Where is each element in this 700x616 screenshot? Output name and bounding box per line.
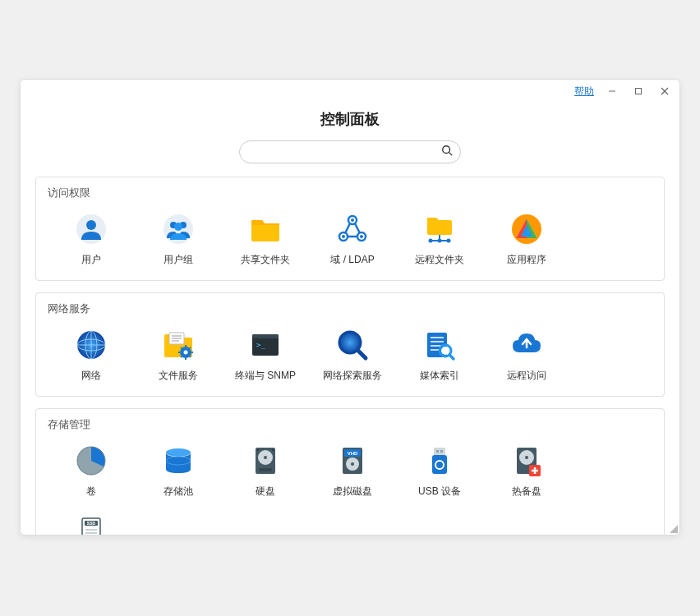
item-label: 应用程序	[507, 253, 546, 267]
item-disk[interactable]: 硬盘	[222, 437, 309, 507]
usb-icon	[422, 444, 457, 478]
network-icon	[74, 328, 108, 362]
maximize-button[interactable]	[630, 83, 647, 99]
search	[239, 140, 461, 163]
svg-point-11	[174, 223, 182, 231]
volume-icon	[74, 444, 108, 478]
domain-icon	[335, 212, 370, 246]
users-icon	[161, 212, 196, 246]
item-remote-access[interactable]: 远程访问	[483, 321, 570, 391]
svg-point-18	[351, 218, 354, 222]
item-shared-folder[interactable]: 共享文件夹	[222, 205, 309, 275]
search-wrap	[21, 140, 679, 163]
item-label: 网络	[81, 369, 101, 383]
item-label: 用户组	[163, 253, 193, 267]
section-network: 网络服务 网络 文件服务 >_	[35, 292, 665, 397]
svg-point-37	[184, 351, 188, 355]
remote-folder-icon	[422, 212, 457, 246]
section-title: 存储管理	[48, 417, 652, 432]
svg-point-20	[360, 235, 363, 238]
control-panel-window: 帮助 控制面板 访问权限	[20, 79, 680, 536]
resize-handle[interactable]	[668, 523, 678, 533]
section-title: 网络服务	[48, 301, 652, 316]
item-volume[interactable]: 卷	[48, 437, 135, 507]
help-link[interactable]: 帮助	[574, 85, 594, 99]
item-label: 域 / LDAP	[330, 253, 374, 267]
user-icon	[74, 212, 108, 246]
item-media-index[interactable]: 媒体索引	[396, 321, 483, 391]
pool-icon	[161, 444, 196, 478]
svg-rect-1	[636, 89, 642, 94]
svg-rect-70	[432, 455, 447, 474]
item-user[interactable]: 用户	[48, 205, 135, 275]
item-discovery[interactable]: 网络探索服务	[309, 321, 396, 391]
item-network[interactable]: 网络	[48, 321, 135, 391]
item-remote-folder[interactable]: 远程文件夹	[396, 205, 483, 275]
folder-icon	[248, 212, 283, 246]
file-service-icon	[161, 328, 196, 362]
section-grid: 卷 存储池 硬盘 VHD	[48, 437, 652, 535]
item-users[interactable]: 用户组	[135, 205, 222, 275]
discovery-icon	[335, 328, 370, 362]
svg-line-15	[345, 223, 350, 233]
svg-line-51	[449, 355, 454, 359]
item-label: 远程访问	[507, 369, 546, 383]
item-label: 网络探索服务	[323, 369, 382, 383]
item-file-service[interactable]: 文件服务	[135, 321, 222, 391]
svg-line-5	[449, 153, 453, 156]
svg-text:VHD: VHD	[348, 451, 358, 456]
header: 控制面板	[21, 103, 679, 140]
item-label: 存储池	[163, 485, 193, 499]
content-scroll[interactable]: 访问权限 用户 用户组	[21, 177, 679, 535]
media-index-icon	[422, 328, 457, 362]
svg-point-61	[272, 449, 274, 451]
item-label: 热备盘	[512, 485, 541, 499]
svg-rect-59	[259, 468, 272, 471]
remote-access-icon	[509, 328, 544, 362]
svg-line-43	[358, 351, 366, 358]
apps-icon	[509, 212, 544, 246]
svg-point-25	[438, 239, 442, 243]
section-access: 访问权限 用户 用户组	[35, 177, 665, 281]
svg-point-4	[443, 146, 450, 154]
section-grid: 网络 文件服务 >_ 终端与 SNMP	[48, 321, 652, 391]
item-label: 硬盘	[256, 485, 275, 499]
item-label: 远程文件夹	[415, 253, 464, 267]
item-terminal[interactable]: >_ 终端与 SNMP	[222, 321, 309, 391]
svg-point-58	[264, 456, 267, 459]
item-label: 虚拟磁盘	[333, 485, 372, 499]
item-label: USB 设备	[418, 485, 461, 499]
item-label: 媒体索引	[420, 369, 459, 383]
item-label: 终端与 SNMP	[235, 369, 296, 383]
hotspare-icon	[509, 444, 544, 478]
search-icon	[441, 145, 453, 159]
svg-rect-67	[434, 448, 445, 455]
svg-point-23	[429, 239, 433, 243]
svg-point-64	[351, 462, 354, 466]
svg-point-19	[342, 235, 345, 238]
cache-icon: SSD	[74, 513, 108, 535]
close-button[interactable]	[656, 83, 673, 99]
svg-point-50	[441, 347, 449, 355]
item-pool[interactable]: 存储池	[135, 437, 222, 507]
item-domain-ldap[interactable]: 域 / LDAP	[309, 205, 396, 275]
terminal-icon: >_	[248, 328, 283, 362]
svg-rect-69	[440, 450, 443, 453]
svg-text:SSD: SSD	[87, 521, 96, 526]
minimize-button[interactable]	[604, 83, 620, 99]
item-apps[interactable]: 应用程序	[483, 205, 570, 275]
item-usb[interactable]: USB 设备	[396, 437, 483, 507]
item-hotspare[interactable]: 热备盘	[483, 437, 570, 507]
svg-point-24	[447, 239, 451, 243]
section-title: 访问权限	[48, 186, 652, 200]
item-label: 共享文件夹	[241, 253, 290, 267]
search-input[interactable]	[239, 140, 461, 163]
item-cache[interactable]: SSD Hyper Cache	[48, 507, 135, 535]
svg-point-60	[257, 449, 259, 451]
section-storage: 存储管理 卷 存储池	[35, 408, 665, 535]
svg-rect-68	[436, 450, 439, 453]
svg-text:>_: >_	[256, 341, 265, 349]
item-vhd[interactable]: VHD 虚拟磁盘	[309, 437, 396, 507]
section-grid: 用户 用户组 共享文件夹	[48, 205, 652, 275]
svg-point-74	[525, 456, 528, 459]
